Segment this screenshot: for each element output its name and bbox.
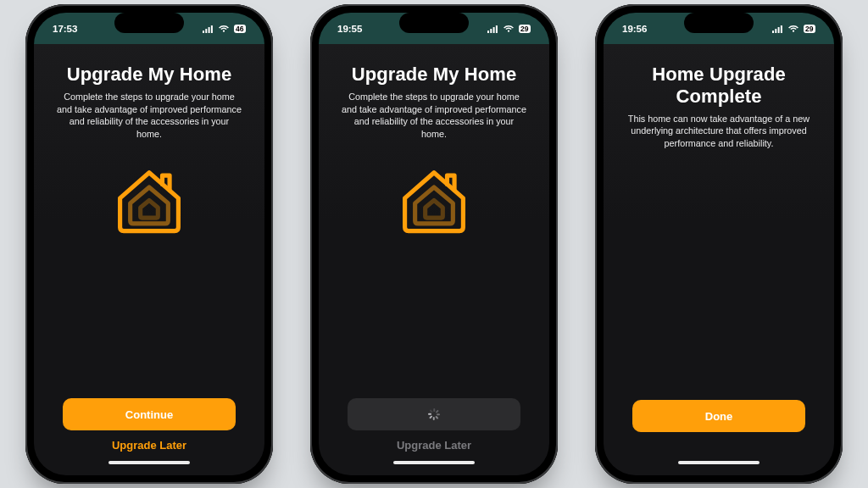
hero-icon-wrap xyxy=(334,165,534,235)
home-indicator xyxy=(678,461,760,464)
wifi-icon xyxy=(503,25,515,33)
home-icon xyxy=(113,165,186,235)
bottom-actions: Done xyxy=(619,400,819,475)
upgrade-later-button[interactable]: Upgrade Later xyxy=(63,432,236,458)
page-subtitle: Complete the steps to upgrade your home … xyxy=(56,91,242,140)
loading-button xyxy=(348,398,520,430)
home-indicator xyxy=(108,461,190,464)
status-time: 17:53 xyxy=(53,24,77,34)
phone-screen: 19:55 29 Upgrade My Home Complete the st… xyxy=(319,13,549,475)
battery-icon: 29 xyxy=(519,25,531,33)
page-title: Upgrade My Home xyxy=(53,64,246,86)
svg-rect-4 xyxy=(487,30,489,33)
status-time: 19:56 xyxy=(622,24,647,34)
mockup-stage: M E 17:53 46 Upgrade My Home Complete th… xyxy=(0,0,868,488)
page-subtitle: This home can now take advantage of a ne… xyxy=(626,113,812,150)
phone-screen: 17:53 46 Upgrade My Home Complete the st… xyxy=(34,13,264,475)
status-indicators: 46 xyxy=(203,25,246,33)
svg-rect-7 xyxy=(495,25,497,33)
battery-icon: 29 xyxy=(804,25,815,33)
upgrade-later-button: Upgrade Later xyxy=(348,432,520,458)
phone-screen: 19:56 29 Home Upgrade Complete This home… xyxy=(604,13,834,475)
svg-rect-10 xyxy=(777,27,779,33)
svg-rect-5 xyxy=(490,29,492,33)
bottom-actions: Continue Upgrade Later xyxy=(49,398,249,475)
spinner-icon xyxy=(428,408,440,420)
home-icon xyxy=(398,165,470,235)
page-title: Home Upgrade Complete xyxy=(622,64,815,108)
svg-rect-2 xyxy=(208,27,209,33)
hero-icon-wrap xyxy=(49,165,249,235)
svg-rect-11 xyxy=(780,25,782,33)
page-subtitle: Complete the steps to upgrade your home … xyxy=(341,91,527,140)
signal-icon xyxy=(203,25,214,33)
wifi-icon xyxy=(218,25,230,33)
phone-mockup-3: 19:56 29 Home Upgrade Complete This home… xyxy=(595,4,843,484)
home-indicator xyxy=(393,461,475,464)
signal-icon xyxy=(772,25,784,33)
screen-content: Home Upgrade Complete This home can now … xyxy=(604,45,834,475)
wifi-icon xyxy=(787,25,799,33)
svg-rect-8 xyxy=(772,30,774,33)
svg-rect-9 xyxy=(775,29,776,33)
svg-rect-3 xyxy=(210,25,212,33)
svg-rect-1 xyxy=(205,29,207,33)
dynamic-island xyxy=(684,13,754,33)
status-time: 19:55 xyxy=(337,24,362,34)
page-title: Upgrade My Home xyxy=(337,64,531,86)
done-button[interactable]: Done xyxy=(632,400,805,432)
svg-rect-6 xyxy=(492,27,494,33)
screen-content: Upgrade My Home Complete the steps to up… xyxy=(34,45,264,475)
status-indicators: 29 xyxy=(772,25,815,33)
status-indicators: 29 xyxy=(487,25,531,33)
screen-content: Upgrade My Home Complete the steps to up… xyxy=(319,45,549,475)
dynamic-island xyxy=(399,13,469,33)
bottom-actions: Upgrade Later xyxy=(334,398,534,475)
battery-icon: 46 xyxy=(234,25,246,33)
svg-rect-0 xyxy=(203,30,204,33)
phone-mockup-2: 19:55 29 Upgrade My Home Complete the st… xyxy=(310,4,558,484)
signal-icon xyxy=(487,25,499,33)
continue-button[interactable]: Continue xyxy=(63,398,236,430)
dynamic-island xyxy=(114,13,184,33)
phone-mockup-1: 17:53 46 Upgrade My Home Complete the st… xyxy=(25,4,273,484)
